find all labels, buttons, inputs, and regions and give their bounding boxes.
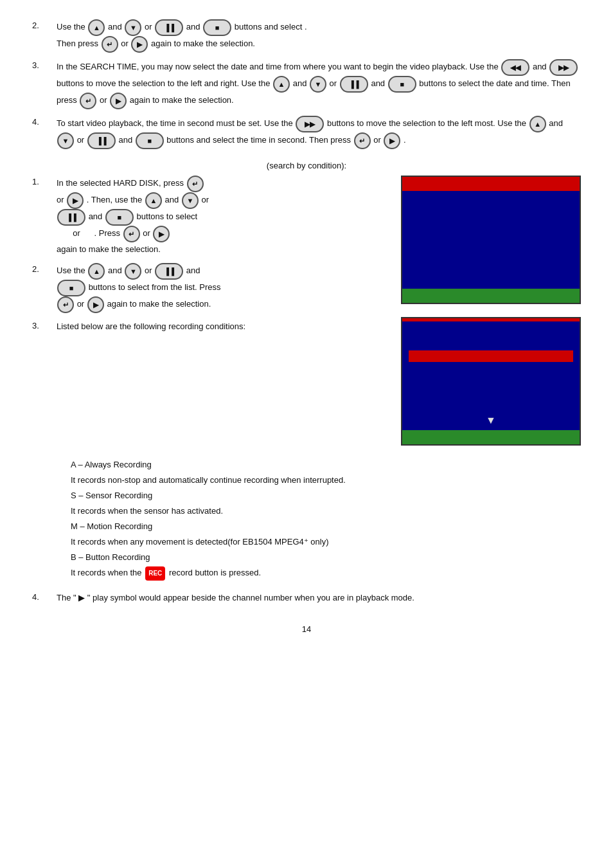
pause-btn-c1[interactable]: ▐▐ bbox=[57, 209, 85, 226]
item2-text-buttons: buttons and select bbox=[235, 22, 303, 32]
enter-btn-4[interactable]: ↵ bbox=[354, 132, 371, 149]
item2-text-and1: and bbox=[108, 22, 124, 32]
cond-item-2-body: Use the ▲ and ▼ or ▐▐ and ■ buttons to s… bbox=[57, 263, 388, 313]
item3-or1: or bbox=[330, 78, 339, 88]
cond2-and2: and bbox=[186, 266, 200, 276]
cond-item-num-1: 1. bbox=[32, 176, 57, 257]
item4-text3: buttons and select the time in second. T… bbox=[166, 135, 353, 145]
stop-btn-c2[interactable]: ■ bbox=[57, 280, 85, 296]
cond2-text3: again to make the selection. bbox=[107, 300, 211, 309]
item3-and1: and bbox=[293, 78, 309, 88]
item4-text1: To start video playback, the time in sec… bbox=[57, 118, 295, 128]
item2-text-press: Then press bbox=[57, 39, 98, 48]
enter-btn-3[interactable]: ↵ bbox=[80, 93, 96, 109]
down-btn-3[interactable]: ▼ bbox=[310, 76, 326, 93]
dvr-screen-2: ▼ bbox=[401, 317, 581, 446]
page-content: 2. Use the ▲ and ▼ or ▐▐ and ■ buttons a… bbox=[32, 19, 581, 634]
enter-btn-c2[interactable]: ↵ bbox=[57, 296, 74, 313]
item-3-body: In the SEARCH TIME, you may now select t… bbox=[57, 59, 581, 109]
cond2-and1: and bbox=[108, 266, 124, 276]
down-btn-c2[interactable]: ▼ bbox=[125, 263, 141, 280]
enter-btn-c1b[interactable]: ↵ bbox=[123, 226, 140, 242]
enter-btn-1[interactable]: ↵ bbox=[102, 36, 118, 53]
rec-badge: REC bbox=[145, 566, 165, 581]
down-btn-4[interactable]: ▼ bbox=[57, 132, 74, 149]
item-num-4b: 4. bbox=[32, 591, 57, 605]
cond-s-desc: It records when the sensor has activated… bbox=[71, 503, 581, 519]
up-arrow-btn[interactable]: ▲ bbox=[88, 19, 105, 36]
ffwd-btn[interactable]: ▶▶ bbox=[549, 59, 578, 76]
dvr-bottom-bar-2 bbox=[402, 430, 580, 444]
cond1-space2 bbox=[82, 228, 91, 238]
stop-btn-c1[interactable]: ■ bbox=[105, 209, 134, 226]
item2-text-dot: . bbox=[305, 22, 307, 32]
cond1-or3: or bbox=[73, 228, 82, 238]
cond-a-title: A – Always Recording bbox=[71, 457, 581, 473]
play-btn-1[interactable]: ▶ bbox=[131, 36, 148, 53]
conditions-list: A – Always Recording It records non-stop… bbox=[71, 457, 581, 581]
item-2: 2. Use the ▲ and ▼ or ▐▐ and ■ buttons a… bbox=[32, 19, 581, 53]
cond-m-desc: It records when any movement is detected… bbox=[71, 534, 581, 550]
item-num-2: 2. bbox=[32, 19, 57, 53]
cond1-and1: and bbox=[165, 195, 181, 204]
item-num-4: 4. bbox=[32, 116, 57, 149]
item3-text3: buttons to move the selection to the lef… bbox=[57, 78, 272, 88]
cond-item-1-body: In the selected HARD DISK, press ↵ or ▶ … bbox=[57, 176, 388, 257]
item-2-body: Use the ▲ and ▼ or ▐▐ and ■ buttons and … bbox=[57, 19, 581, 53]
play-btn-c1b[interactable]: ▶ bbox=[153, 226, 170, 242]
pause-btn-c2[interactable]: ▐▐ bbox=[155, 263, 183, 280]
enter-btn-c1[interactable]: ↵ bbox=[187, 176, 204, 192]
stop-btn-3[interactable]: ■ bbox=[388, 76, 416, 93]
stop-btn-4[interactable]: ■ bbox=[136, 132, 164, 149]
up-btn-4[interactable]: ▲ bbox=[529, 116, 546, 132]
cond1-or1: or bbox=[57, 195, 66, 204]
item2-text-or1: or bbox=[145, 22, 154, 32]
dvr-bottom-bar-1 bbox=[402, 289, 580, 303]
pause-btn[interactable]: ▐▐ bbox=[155, 19, 183, 36]
cond-b-desc: It records when the REC record button is… bbox=[71, 565, 581, 581]
item4-text2: buttons to move the selection to the lef… bbox=[327, 118, 529, 128]
item2-text-again: again to make the selection. bbox=[151, 39, 255, 48]
cond-a-desc: It records non-stop and automatically co… bbox=[71, 473, 581, 488]
cond1-space1 bbox=[57, 228, 71, 238]
play-btn-3[interactable]: ▶ bbox=[110, 93, 127, 109]
cond-b-desc-pre: It records when the bbox=[71, 568, 142, 577]
item4-and2: and bbox=[118, 135, 134, 145]
condition-text-col: 1. In the selected HARD DISK, press ↵ or… bbox=[32, 176, 388, 446]
cond2-or1: or bbox=[145, 266, 154, 276]
play-btn-c1[interactable]: ▶ bbox=[67, 192, 84, 209]
pause-btn-4[interactable]: ▐▐ bbox=[87, 132, 116, 149]
pause-btn-3[interactable]: ▐▐ bbox=[340, 76, 368, 93]
up-btn-3[interactable]: ▲ bbox=[273, 76, 290, 93]
item2-text-use: Use the bbox=[57, 22, 85, 32]
dvr-screen-1 bbox=[401, 176, 581, 304]
item2-text-and2: and bbox=[186, 22, 202, 32]
dvr-top-bar-1 bbox=[402, 177, 580, 191]
screen-gap bbox=[401, 304, 581, 317]
cond-m-title: M – Motion Recording bbox=[71, 519, 581, 534]
dvr-screens-col: ▼ bbox=[401, 176, 581, 446]
down-btn-c1[interactable]: ▼ bbox=[182, 192, 199, 209]
ffwd-btn-4[interactable]: ▶▶ bbox=[296, 116, 324, 132]
stop-btn[interactable]: ■ bbox=[203, 19, 231, 36]
search-by-condition-header: (search by condition): bbox=[32, 161, 581, 170]
cond1-and2: and bbox=[89, 212, 105, 221]
page-number: 14 bbox=[32, 624, 581, 634]
condition-item-3: 3. Listed below are the following record… bbox=[32, 320, 388, 334]
up-btn-c1[interactable]: ▲ bbox=[145, 192, 162, 209]
up-btn-c2[interactable]: ▲ bbox=[88, 263, 105, 280]
rewind-btn[interactable]: ◀◀ bbox=[501, 59, 529, 76]
cond-item-3-body: Listed below are the following recording… bbox=[57, 320, 388, 334]
cond2-or2: or bbox=[77, 300, 87, 309]
play-btn-4[interactable]: ▶ bbox=[384, 132, 400, 149]
cond-b-desc-post: record button is pressed. bbox=[169, 568, 261, 577]
item-num-3: 3. bbox=[32, 59, 57, 109]
cond1-press: . Press bbox=[94, 228, 123, 238]
down-arrow-btn[interactable]: ▼ bbox=[125, 19, 141, 36]
dvr-top-bar-2 bbox=[402, 318, 580, 321]
play-btn-c2[interactable]: ▶ bbox=[87, 296, 104, 313]
cond1-text1: In the selected HARD DISK, press bbox=[57, 178, 186, 188]
item4-and1: and bbox=[549, 118, 563, 128]
item-3: 3. In the SEARCH TIME, you may now selec… bbox=[32, 59, 581, 109]
cond1-or4: or bbox=[143, 228, 152, 238]
